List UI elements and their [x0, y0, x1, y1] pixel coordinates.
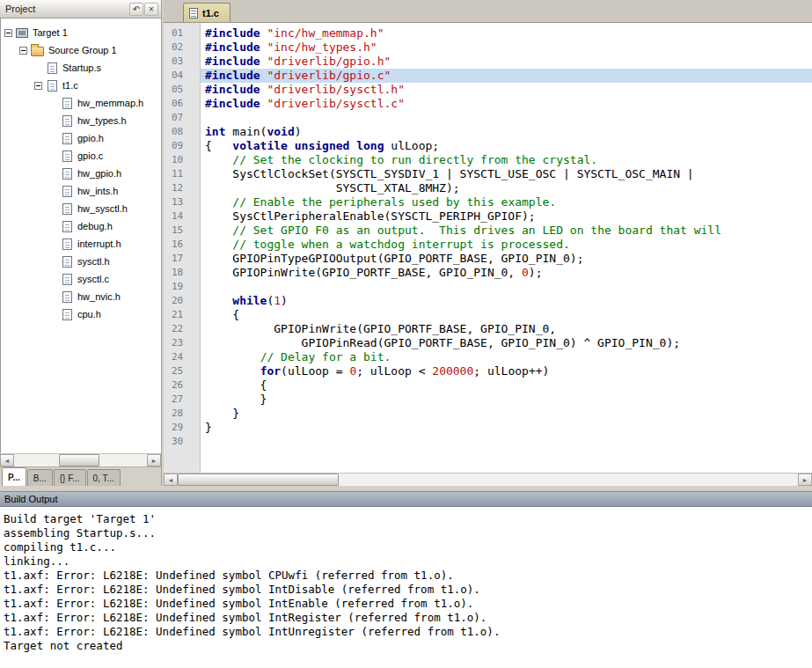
tree-item-hw-sysctl-h[interactable]: hw_sysctl.h [1, 200, 161, 217]
collapse-icon[interactable] [19, 47, 27, 55]
code-line-14[interactable]: SysCtlPeripheralEnable(SYSCTL_PERIPH_GPI… [201, 209, 812, 224]
scroll-thumb[interactable] [178, 473, 339, 486]
line-number[interactable]: 26 [164, 378, 200, 393]
line-number[interactable]: 14 [164, 209, 200, 224]
code-line-15[interactable]: // Set GPIO F0 as an output. This drives… [201, 224, 812, 238]
tree-item-hw-gpio-h[interactable]: hw_gpio.h [1, 165, 161, 182]
tree-item-cpu-h[interactable]: cpu.h [1, 305, 161, 323]
line-number[interactable]: 13 [164, 195, 200, 209]
pin-icon[interactable]: ↶ [129, 3, 143, 16]
tree-item-target-1[interactable]: Target 1 [1, 24, 161, 41]
line-number[interactable]: 19 [164, 280, 200, 294]
tree-item-source-group-1[interactable]: Source Group 1 [1, 41, 161, 59]
code-line-23[interactable]: GPIOPinRead(GPIO_PORTF_BASE, GPIO_PIN_0)… [201, 336, 812, 350]
code-line-17[interactable]: GPIOPinTypeGPIOOutput(GPIO_PORTF_BASE, G… [201, 252, 812, 266]
panel-tab-p[interactable]: P... [2, 467, 26, 486]
tree-item-sysctl-c[interactable]: sysctl.c [1, 270, 161, 288]
line-number[interactable]: 18 [164, 266, 200, 280]
code-line-01[interactable]: #include "inc/hw_memmap.h" [201, 26, 812, 40]
code-line-25[interactable]: for(ulLoop = 0; ulLoop < 200000; ulLoop+… [201, 364, 812, 378]
collapse-icon[interactable] [4, 29, 12, 37]
scroll-track[interactable] [14, 454, 147, 466]
line-number[interactable]: 06 [164, 97, 200, 111]
line-number[interactable]: 17 [164, 252, 200, 266]
code-line-02[interactable]: #include "inc/hw_types.h" [201, 40, 812, 55]
line-number[interactable]: 28 [164, 407, 200, 421]
line-number[interactable]: 25 [164, 364, 200, 378]
line-number[interactable]: 11 [164, 167, 200, 181]
code-line-03[interactable]: #include "driverlib/gpio.h" [201, 55, 812, 69]
line-number[interactable]: 01 [164, 26, 200, 40]
line-number[interactable]: 04 [164, 69, 200, 83]
code-line-16[interactable]: // toggle when a watchdog interrupt is p… [201, 238, 812, 252]
code-line-04[interactable]: #include "driverlib/gpio.c" [201, 69, 812, 83]
code-line-10[interactable]: // Set the clocking to run directly from… [201, 153, 812, 167]
line-number[interactable]: 23 [164, 336, 200, 350]
code-line-21[interactable]: { [201, 308, 812, 322]
scroll-left-button[interactable]: ◄ [0, 454, 14, 466]
code-line-19[interactable] [201, 280, 812, 294]
tree-item-sysctl-h[interactable]: sysctl.h [1, 253, 161, 270]
tree-item-t1-c[interactable]: t1.c [1, 77, 161, 94]
code-line-05[interactable]: #include "driverlib/sysctl.h" [201, 83, 812, 97]
line-number[interactable]: 27 [164, 393, 200, 407]
tab-t1c[interactable]: t1.c [183, 3, 230, 22]
panel-tab-0t[interactable]: 0, T... [87, 469, 121, 486]
line-number-gutter[interactable]: 0102030405060708091011121314151617181920… [164, 23, 201, 473]
tree-item-debug-h[interactable]: debug.h [1, 217, 161, 235]
line-number[interactable]: 16 [164, 238, 200, 252]
code-line-06[interactable]: #include "driverlib/sysctl.c" [201, 97, 812, 111]
tree-item-gpio-c[interactable]: gpio.c [1, 147, 161, 165]
line-number[interactable]: 21 [164, 308, 200, 322]
code-line-20[interactable]: while(1) [201, 294, 812, 308]
line-number[interactable]: 15 [164, 224, 200, 238]
line-number[interactable]: 20 [164, 294, 200, 308]
code-line-12[interactable]: SYSCTL_XTAL_8MHZ); [201, 181, 812, 195]
code-line-26[interactable]: { [201, 378, 812, 393]
tree-item-hw-memmap-h[interactable]: hw_memmap.h [1, 94, 161, 112]
editor-scrollbar-horizontal[interactable]: ◄ ► [164, 473, 812, 486]
scroll-thumb[interactable] [59, 454, 99, 466]
code-line-29[interactable]: } [201, 421, 812, 435]
line-number[interactable]: 30 [164, 435, 200, 449]
line-number[interactable]: 09 [164, 139, 200, 153]
code-line-09[interactable]: { volatile unsigned long ulLoop; [201, 139, 812, 153]
code-line-08[interactable]: int main(void) [201, 125, 812, 139]
line-number[interactable]: 08 [164, 125, 200, 139]
line-number[interactable]: 03 [164, 55, 200, 69]
code-line-13[interactable]: // Enable the peripherals used by this e… [201, 195, 812, 209]
line-number[interactable]: 22 [164, 322, 200, 336]
code-line-30[interactable] [201, 435, 812, 449]
project-scrollbar-horizontal[interactable]: ◄ ► [0, 453, 161, 466]
code-line-27[interactable]: } [201, 393, 812, 407]
tree-item-gpio-h[interactable]: gpio.h [1, 129, 161, 147]
line-number[interactable]: 12 [164, 181, 200, 195]
line-number[interactable]: 29 [164, 421, 200, 435]
line-number[interactable]: 24 [164, 350, 200, 364]
scroll-right-button[interactable]: ► [147, 454, 161, 466]
build-output-content[interactable]: Build target 'Target 1'assembling Startu… [0, 507, 812, 668]
code-line-07[interactable] [201, 111, 812, 125]
line-number[interactable]: 02 [164, 40, 200, 55]
code-line-28[interactable]: } [201, 407, 812, 421]
code-area[interactable]: #include "inc/hw_memmap.h"#include "inc/… [201, 23, 812, 473]
collapse-icon[interactable] [34, 82, 42, 90]
code-line-18[interactable]: GPIOPinWrite(GPIO_PORTF_BASE, GPIO_PIN_0… [201, 266, 812, 280]
panel-tab-f[interactable]: {} F... [54, 469, 86, 486]
tree-item-interrupt-h[interactable]: interrupt.h [1, 235, 161, 253]
tree-item-hw-types-h[interactable]: hw_types.h [1, 112, 161, 129]
tree-item-startup-s[interactable]: Startup.s [1, 59, 161, 77]
line-number[interactable]: 07 [164, 111, 200, 125]
panel-tab-b[interactable]: B... [27, 469, 53, 486]
tree-item-hw-ints-h[interactable]: hw_ints.h [1, 182, 161, 200]
code-line-22[interactable]: GPIOPinWrite(GPIO_PORTF_BASE, GPIO_PIN_0… [201, 322, 812, 336]
scroll-right-button[interactable]: ► [798, 473, 812, 486]
code-line-24[interactable]: // Delay for a bit. [201, 350, 812, 364]
scroll-track[interactable] [178, 473, 798, 486]
close-icon[interactable]: × [144, 3, 158, 16]
scroll-left-button[interactable]: ◄ [164, 473, 178, 486]
line-number[interactable]: 10 [164, 153, 200, 167]
line-number[interactable]: 05 [164, 83, 200, 97]
tree-item-hw-nvic-h[interactable]: hw_nvic.h [1, 288, 161, 305]
code-line-11[interactable]: SysCtlClockSet(SYSCTL_SYSDIV_1 | SYSCTL_… [201, 167, 812, 181]
